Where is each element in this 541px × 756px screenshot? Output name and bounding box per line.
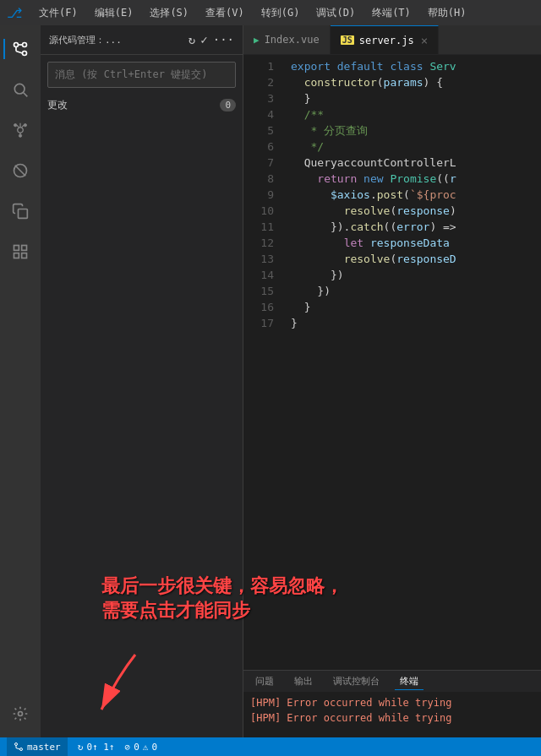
svg-line-26 (16, 748, 20, 750)
tab-problems[interactable]: 问题 (250, 673, 279, 689)
svg-line-4 (16, 52, 23, 54)
tab-index-vue[interactable]: ▶ Index.vue (243, 25, 331, 54)
sidebar-title: 源代码管理：... (49, 34, 122, 46)
activity-bar (0, 25, 41, 737)
svg-point-21 (19, 712, 23, 716)
vue-icon: ▶ (254, 35, 260, 46)
svg-point-0 (14, 43, 19, 47)
terminal-line-2: [HPM] Error occurred while trying (250, 710, 534, 726)
error-count: 0 (134, 742, 139, 753)
sidebar-header: 源代码管理：... ↻ ✓ ··· (41, 25, 243, 55)
code-content[interactable]: export default class Serv constructor(pa… (284, 55, 541, 670)
terminal-panel: 问题 输出 调试控制台 终端 [HPM] Error occurred whil… (243, 670, 541, 737)
svg-rect-17 (14, 246, 19, 251)
svg-point-2 (23, 43, 27, 47)
svg-line-12 (17, 125, 19, 128)
line-numbers: 1 2 3 4 5 6 7 8 9 10 11 12 13 14 15 16 1… (243, 55, 284, 670)
vscode-logo: ⎇ (7, 5, 22, 21)
menu-edit[interactable]: 编辑(E) (91, 4, 137, 22)
sync-count: 0↑ 1↑ (86, 742, 114, 753)
sidebar: 源代码管理：... ↻ ✓ ··· 消息 (按 Ctrl+Enter 键提交) … (41, 25, 243, 737)
svg-line-15 (15, 166, 26, 177)
warning-icon: ⚠ (143, 742, 149, 753)
tab-output[interactable]: 输出 (289, 673, 318, 689)
tab-terminal[interactable]: 终端 (395, 673, 424, 690)
commit-message-placeholder: 消息 (按 Ctrl+Enter 键提交) (55, 68, 207, 80)
svg-point-10 (24, 124, 26, 127)
checkmark-icon[interactable]: ✓ (200, 33, 207, 46)
changes-label: 更改 (47, 98, 68, 112)
more-icon[interactable]: ··· (213, 33, 234, 46)
svg-line-7 (24, 93, 28, 97)
tab-debug-console[interactable]: 调试控制台 (328, 673, 385, 689)
svg-point-1 (23, 52, 27, 56)
activity-git-icon[interactable] (3, 32, 37, 66)
menu-bar: 文件(F) 编辑(E) 选择(S) 查看(V) 转到(G) 调试(D) 终端(T… (36, 4, 470, 22)
git-branch-icon (14, 742, 24, 752)
terminal-line-1: [HPM] Error occurred while trying (250, 695, 534, 710)
svg-point-6 (14, 84, 25, 94)
editor-area: ▶ Index.vue JS server.js × 1 2 3 4 5 6 7… (243, 25, 541, 737)
sidebar-header-icons: ↻ ✓ ··· (189, 33, 234, 46)
svg-rect-20 (22, 253, 27, 258)
changes-count: 0 (220, 99, 236, 111)
terminal-tabs: 问题 输出 调试控制台 终端 (243, 671, 541, 692)
tab-close-icon[interactable]: × (421, 34, 428, 47)
js-icon: JS (341, 35, 354, 45)
svg-point-23 (15, 743, 18, 746)
tab-server-js-label: server.js (359, 35, 414, 46)
activity-square-icon[interactable] (3, 235, 37, 269)
refresh-icon[interactable]: ↻ (189, 33, 195, 46)
activity-settings-icon[interactable] (3, 697, 37, 731)
menu-terminal[interactable]: 终端(T) (369, 4, 414, 22)
svg-point-8 (19, 134, 21, 137)
status-sync[interactable]: ↻ 0↑ 1↑ (78, 742, 115, 753)
terminal-content: [HPM] Error occurred while trying [HPM] … (243, 692, 541, 729)
svg-line-13 (22, 125, 25, 128)
svg-rect-16 (19, 209, 28, 219)
error-icon: ⊘ (125, 742, 131, 753)
status-errors[interactable]: ⊘ 0 ⚠ 0 (125, 742, 158, 753)
menu-debug[interactable]: 调试(D) (313, 4, 358, 22)
main-layout: 源代码管理：... ↻ ✓ ··· 消息 (按 Ctrl+Enter 键提交) … (0, 25, 541, 737)
menu-file[interactable]: 文件(F) (36, 4, 81, 22)
menu-select[interactable]: 选择(S) (146, 4, 192, 22)
activity-forbidden-icon[interactable] (3, 154, 37, 188)
tab-index-vue-label: Index.vue (265, 34, 320, 46)
svg-point-24 (20, 748, 23, 751)
activity-git2-icon[interactable] (3, 113, 37, 147)
activity-search-icon[interactable] (3, 73, 37, 106)
warning-count: 0 (151, 742, 157, 753)
menu-view[interactable]: 查看(V) (202, 4, 248, 22)
code-editor: 1 2 3 4 5 6 7 8 9 10 11 12 13 14 15 16 1… (243, 55, 541, 670)
changes-section: 更改 0 (41, 95, 243, 116)
svg-point-9 (14, 124, 17, 127)
svg-rect-19 (14, 253, 19, 258)
title-bar: ⎇ 文件(F) 编辑(E) 选择(S) 查看(V) 转到(G) 调试(D) 终端… (0, 0, 541, 25)
tab-bar: ▶ Index.vue JS server.js × (243, 25, 541, 55)
activity-copy-icon[interactable] (3, 194, 37, 228)
status-git-branch[interactable]: master (7, 737, 68, 756)
commit-message-box[interactable]: 消息 (按 Ctrl+Enter 键提交) (47, 62, 236, 88)
tab-server-js[interactable]: JS server.js × (331, 25, 440, 54)
menu-goto[interactable]: 转到(G) (258, 4, 303, 22)
sync-icon: ↻ (78, 742, 84, 753)
svg-rect-18 (22, 246, 27, 251)
status-bar: master ↻ 0↑ 1↑ ⊘ 0 ⚠ 0 (0, 737, 541, 756)
branch-name: master (27, 742, 61, 753)
menu-help[interactable]: 帮助(H) (424, 4, 470, 22)
